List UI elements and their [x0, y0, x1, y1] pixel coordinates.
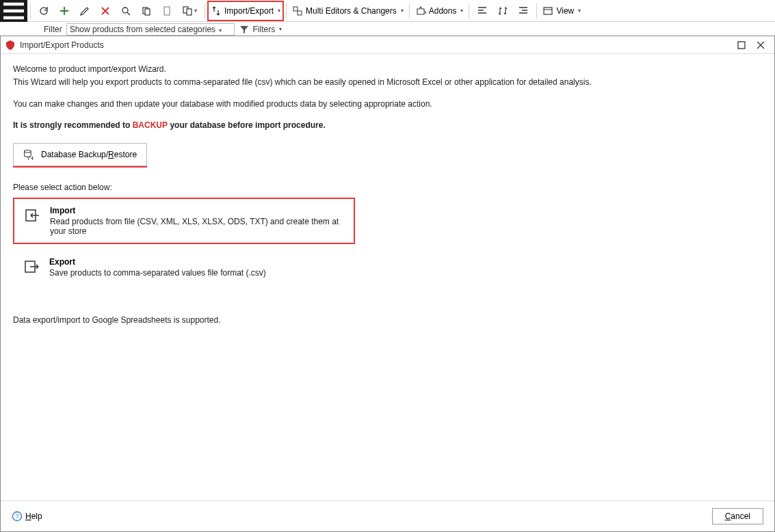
addons-button[interactable]: Addons ▾ [412, 1, 467, 21]
dialog-titlebar: Import/Export Products [1, 36, 774, 54]
align-icon [477, 5, 488, 16]
toolbar-separator [409, 3, 410, 18]
welcome-line-3: You can make changes and then update you… [13, 98, 762, 110]
svg-rect-7 [298, 11, 302, 15]
import-export-icon [211, 5, 222, 16]
database-backup-restore-button[interactable]: Database Backup/Restore [13, 143, 147, 166]
backup-keyword: BACKUP [133, 120, 168, 130]
view-icon [542, 5, 553, 16]
chevron-down-icon: ▾ [460, 8, 463, 14]
import-export-button[interactable]: Import/Export ▾ [208, 1, 283, 21]
toolbar-separator [536, 3, 537, 18]
filter-bar: Filter Show products from selected categ… [0, 22, 775, 37]
copy-button[interactable] [137, 1, 156, 21]
clone-icon [182, 5, 193, 16]
multi-editors-button[interactable]: Multi Editors & Changers ▾ [289, 1, 406, 21]
select-action-label: Please select action below: [13, 183, 762, 192]
filter-label: Filter [44, 25, 62, 34]
import-description: Read products from file (CSV, XML, XLS, … [50, 217, 344, 236]
toolbar-separator [469, 3, 469, 18]
hamburger-menu[interactable] [0, 0, 27, 22]
export-action[interactable]: Export Save products to comma-separated … [13, 250, 355, 285]
funnel-icon [239, 24, 250, 35]
export-icon [23, 258, 40, 275]
export-title: Export [49, 257, 266, 267]
help-icon: ? [12, 511, 23, 522]
import-export-label: Import/Export [224, 6, 274, 16]
copy-icon [141, 5, 152, 16]
help-link[interactable]: ? Help [12, 511, 42, 522]
app-icon [5, 40, 16, 51]
help-label: Help [25, 511, 42, 521]
chevron-down-icon: ▾ [578, 8, 581, 14]
chevron-down-icon: ▾ [279, 26, 282, 32]
google-spreadsheets-note: Data export/import to Google Spreadsheet… [13, 315, 762, 325]
sort-icon [497, 5, 508, 16]
filter-select[interactable]: Show products from selected categories ▾ [66, 23, 235, 36]
plus-icon [59, 5, 70, 16]
main-toolbar: ▾ Import/Export ▾ Multi Editors & Change… [0, 0, 775, 22]
paste-button[interactable] [157, 1, 176, 21]
sort-button[interactable] [493, 1, 512, 21]
svg-rect-9 [738, 42, 745, 49]
view-button[interactable]: View ▾ [540, 1, 583, 21]
refresh-icon [38, 5, 49, 16]
search-icon [120, 5, 131, 16]
backup-warning: It is strongly recommended to BACKUP you… [13, 120, 762, 131]
toolbar-separator [205, 3, 205, 18]
clone-button[interactable]: ▾ [178, 1, 201, 21]
addons-label: Addons [429, 6, 457, 16]
import-action[interactable]: Import Read products from file (CSV, XML… [13, 198, 355, 244]
svg-rect-5 [187, 9, 192, 15]
svg-text:?: ? [15, 513, 18, 520]
dialog-footer: ? Help Cancel [1, 501, 774, 531]
multi-editors-icon [292, 5, 303, 16]
svg-rect-8 [544, 8, 552, 14]
toolbar-separator [30, 3, 31, 18]
refresh-button[interactable] [34, 1, 53, 21]
welcome-line-1: Welcome to product import/export Wizard. [13, 64, 762, 75]
chevron-down-icon: ▾ [401, 8, 404, 14]
view-label: View [556, 6, 574, 16]
filters-dropdown[interactable]: Filters ▾ [239, 24, 282, 35]
chevron-down-icon: ▾ [194, 8, 197, 14]
chevron-down-icon: ▾ [219, 27, 222, 34]
svg-point-0 [122, 8, 128, 13]
edit-button[interactable] [75, 1, 94, 21]
maximize-button[interactable] [732, 38, 751, 53]
document-icon [161, 5, 172, 16]
svg-rect-2 [145, 9, 150, 15]
delete-button[interactable] [96, 1, 115, 21]
database-backup-icon [23, 149, 34, 160]
chevron-down-icon: ▾ [278, 8, 280, 14]
search-button[interactable] [116, 1, 135, 21]
import-export-dialog: Import/Export Products Welcome to produc… [0, 36, 775, 532]
dialog-title: Import/Export Products [20, 40, 732, 50]
import-icon [24, 207, 40, 224]
puzzle-icon [415, 5, 426, 16]
svg-rect-6 [293, 7, 298, 11]
import-title: Import [50, 206, 344, 215]
multi-editors-label: Multi Editors & Changers [306, 6, 397, 16]
backup-button-label: Database Backup/Restore [41, 150, 137, 159]
x-icon [100, 5, 111, 16]
align-button-2[interactable] [514, 1, 533, 21]
welcome-line-2: This Wizard will help you export product… [13, 77, 762, 88]
pencil-icon [79, 5, 90, 16]
cancel-button[interactable]: Cancel [712, 508, 763, 524]
svg-rect-3 [164, 7, 170, 15]
close-button[interactable] [751, 38, 770, 53]
export-description: Save products to comma-separated values … [49, 268, 266, 278]
align-button-1[interactable] [473, 1, 492, 21]
add-button[interactable] [55, 1, 74, 21]
dialog-body: Welcome to product import/export Wizard.… [1, 54, 774, 501]
toolbar-separator [286, 3, 287, 18]
align-right-icon [518, 5, 529, 16]
svg-point-10 [25, 150, 31, 152]
